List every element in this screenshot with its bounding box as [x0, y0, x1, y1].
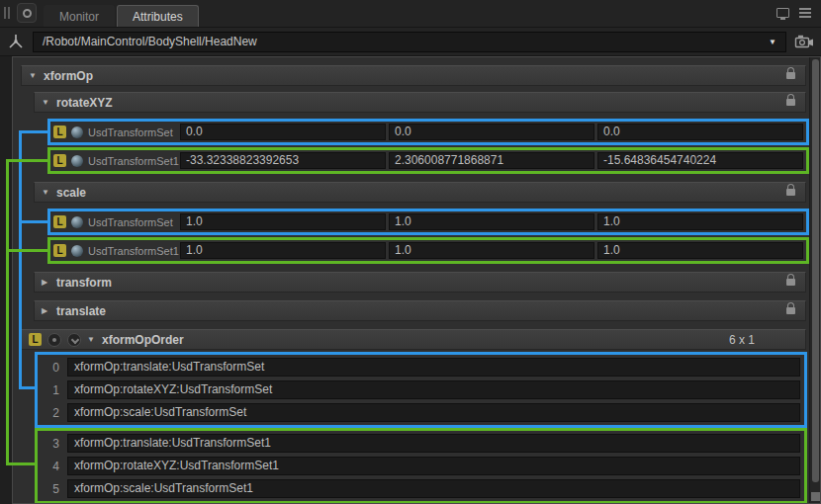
collapse-arrow-icon[interactable]: ▼: [87, 335, 96, 344]
window-grip-icon[interactable]: [4, 7, 6, 19]
target-icon: [23, 9, 32, 18]
scrollbar-thumb[interactable]: [812, 59, 819, 482]
value-field-x[interactable]: 1.0: [180, 242, 386, 259]
display-icon[interactable]: [776, 8, 789, 18]
attribute-name: UsdTransformSet: [88, 216, 175, 228]
tab-bar-right-controls: [767, 0, 821, 27]
attribute-dot-icon[interactable]: [71, 216, 83, 228]
value-field-z[interactable]: -15.64836454740224: [597, 152, 803, 169]
value-field-y[interactable]: 1.0: [389, 242, 594, 259]
value-fields: 1.0 1.0 1.0: [180, 242, 803, 259]
layer-badge-icon[interactable]: L: [53, 215, 66, 228]
annotation-green-connector-stub: [6, 462, 36, 465]
attribute-name: UsdTransformSet1: [88, 245, 175, 257]
value-fields: 1.0 1.0 1.0: [180, 213, 803, 230]
attribute-dot-icon[interactable]: [71, 155, 83, 167]
array-index: 2: [40, 406, 59, 420]
array-value-field[interactable]: xformOp:rotateXYZ:UsdTransformSet: [67, 380, 800, 399]
resize-grip[interactable]: [811, 492, 820, 501]
attribute-row-rotate-UsdTransformSet: L UsdTransformSet 0.0 0.0 0.0: [50, 122, 806, 142]
value-field-y[interactable]: 1.0: [389, 213, 594, 230]
layer-badge-icon[interactable]: L: [53, 154, 66, 167]
target-button[interactable]: [17, 3, 37, 23]
collapse-arrow-icon[interactable]: ▼: [29, 71, 38, 80]
section-title: xformOp: [44, 69, 93, 83]
section-title: xformOpOrder: [102, 333, 184, 347]
array-value-field[interactable]: xformOp:scale:UsdTransformSet: [67, 403, 800, 422]
annotation-green-connector-stub: [6, 159, 48, 162]
annotation-blue-box-scale-set0: L UsdTransformSet 1.0 1.0 1.0: [47, 209, 809, 235]
value-field-z[interactable]: 1.0: [597, 242, 803, 259]
prim-path-combobox[interactable]: /Robot/MainControl/BodyShell/HeadNew ▼: [33, 32, 786, 52]
tab-monitor[interactable]: Monitor: [44, 5, 115, 27]
layer-badge-icon[interactable]: L: [29, 333, 42, 346]
array-index: 1: [40, 383, 59, 397]
tab-monitor-label: Monitor: [59, 10, 99, 24]
lock-icon[interactable]: [786, 99, 795, 106]
menu-icon[interactable]: [799, 8, 811, 10]
tab-bar-left-controls: [0, 0, 44, 27]
value-field-x[interactable]: 0.0: [180, 124, 386, 140]
array-value-field[interactable]: xformOp:translate:UsdTransformSet: [67, 358, 800, 377]
attribute-row-scale-UsdTransformSet1: L UsdTransformSet1 1.0 1.0 1.0: [50, 240, 806, 261]
attribute-dot-icon[interactable]: [71, 245, 83, 257]
tab-attributes-label: Attributes: [133, 10, 183, 24]
annotation-blue-connector-stub: [19, 220, 48, 223]
value-field-y[interactable]: 0.0: [389, 124, 594, 140]
value-field-z[interactable]: 1.0: [597, 213, 803, 230]
section-header-rotateXYZ[interactable]: ▼ rotateXYZ: [34, 92, 806, 113]
lock-icon[interactable]: [786, 307, 795, 314]
expand-arrow-icon[interactable]: ▶: [42, 306, 50, 315]
array-value-field[interactable]: xformOp:translate:UsdTransformSet1: [67, 434, 800, 453]
collapse-arrow-icon[interactable]: ▼: [42, 188, 50, 197]
section-title: translate: [56, 304, 106, 318]
section-header-xformOpOrder[interactable]: L ▼ xformOpOrder 6 x 1: [21, 329, 806, 350]
annotation-green-box-rotate-set1: L UsdTransformSet1 -33.32338823392653 2.…: [47, 147, 809, 174]
array-value-field[interactable]: xformOp:scale:UsdTransformSet1: [67, 479, 800, 498]
value-field-x[interactable]: -33.32338823392653: [180, 152, 386, 169]
attribute-editor-window: Monitor Attributes /Robot/MainControl/Bo…: [0, 0, 821, 504]
value-field-x[interactable]: 1.0: [180, 213, 386, 230]
value-field-z[interactable]: 0.0: [597, 124, 803, 140]
lock-icon[interactable]: [786, 72, 795, 79]
prim-path-value: /Robot/MainControl/BodyShell/HeadNew: [43, 35, 257, 48]
array-row-0: 0 xformOp:translate:UsdTransformSet: [40, 356, 802, 378]
transform-gizmo-icon[interactable]: [7, 33, 25, 50]
array-index: 3: [40, 437, 59, 451]
chevron-down-icon[interactable]: ▼: [769, 38, 776, 46]
value-field-y[interactable]: 2.306008771868871: [389, 152, 594, 169]
lock-icon[interactable]: [786, 279, 795, 286]
lock-icon[interactable]: [786, 189, 795, 196]
section-header-translate[interactable]: ▶ translate: [34, 300, 806, 321]
attribute-row-rotate-UsdTransformSet1: L UsdTransformSet1 -33.32338823392653 2.…: [50, 150, 806, 171]
section-title: scale: [56, 186, 86, 200]
attribute-dot-icon[interactable]: [71, 126, 83, 138]
attributes-panel-content: ▼ xformOp ▼ rotateXYZ L UsdTransformSet …: [13, 57, 820, 503]
array-row-5: 5 xformOp:scale:UsdTransformSet1: [40, 477, 802, 500]
array-index: 0: [40, 361, 59, 375]
scrollbar[interactable]: [809, 57, 820, 503]
section-header-xformOp[interactable]: ▼ xformOp: [21, 65, 806, 86]
array-row-2: 2 xformOp:scale:UsdTransformSet: [40, 401, 802, 424]
circle-chevron-icon[interactable]: [67, 333, 81, 347]
section-header-transform[interactable]: ▶ transform: [34, 272, 806, 293]
array-index: 4: [40, 460, 59, 473]
attribute-name: UsdTransformSet1: [88, 155, 175, 167]
value-indicator-icon[interactable]: [47, 333, 61, 347]
annotation-blue-connector-line: [19, 130, 22, 389]
annotation-blue-connector-stub: [19, 386, 36, 389]
collapse-arrow-icon[interactable]: ▼: [42, 98, 50, 107]
array-index: 5: [40, 482, 59, 496]
section-header-scale[interactable]: ▼ scale: [34, 182, 806, 203]
tab-attributes[interactable]: Attributes: [117, 5, 199, 27]
expand-arrow-icon[interactable]: ▶: [42, 278, 50, 287]
annotation-blue-connector-stub: [19, 130, 48, 133]
layer-badge-icon[interactable]: L: [53, 126, 66, 138]
annotation-green-box-scale-set1: L UsdTransformSet1 1.0 1.0 1.0: [47, 237, 809, 264]
value-fields: 0.0 0.0 0.0: [180, 124, 803, 140]
camera-icon[interactable]: [794, 35, 814, 49]
value-fields: -33.32338823392653 2.306008771868871 -15…: [180, 152, 803, 169]
array-value-field[interactable]: xformOp:rotateXYZ:UsdTransformSet1: [67, 457, 800, 475]
path-bar: /Robot/MainControl/BodyShell/HeadNew ▼: [0, 28, 821, 56]
layer-badge-icon[interactable]: L: [53, 244, 66, 257]
